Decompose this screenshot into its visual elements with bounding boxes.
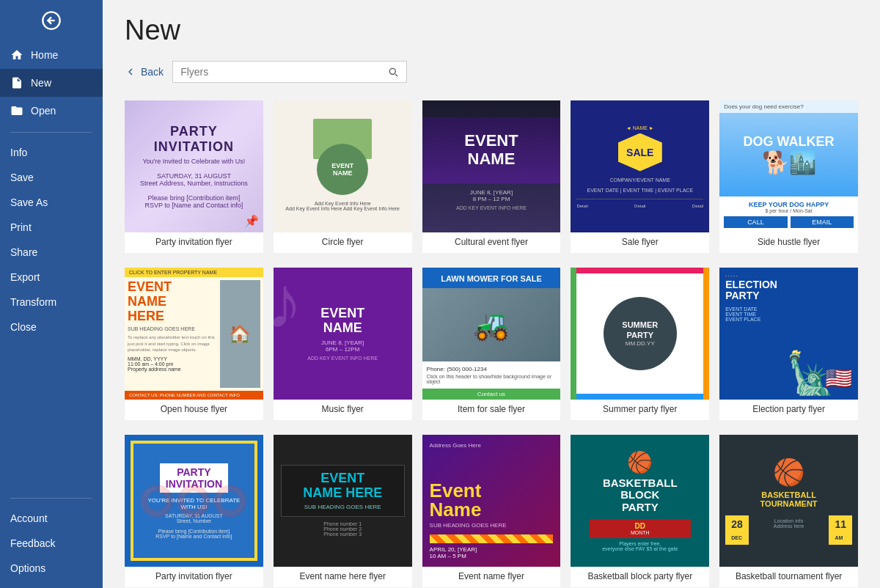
sidebar-item-export[interactable]: Export bbox=[0, 265, 103, 290]
template-label: Item for sale flyer bbox=[422, 400, 561, 420]
sidebar-item-print[interactable]: Print bbox=[0, 215, 103, 240]
sidebar-item-transform[interactable]: Transform bbox=[0, 290, 103, 315]
sidebar-item-save[interactable]: Save bbox=[0, 165, 103, 190]
flyer-thumb: EVENTNAME Add Key Event Info HereAdd Key… bbox=[274, 100, 412, 232]
template-label: Circle flyer bbox=[274, 232, 412, 253]
template-label: Election party flyer bbox=[719, 400, 858, 420]
toolbar: Back bbox=[125, 61, 858, 83]
pin-icon[interactable]: 📌 bbox=[244, 214, 259, 228]
template-label: Music flyer bbox=[274, 400, 412, 420]
template-label: Summer party flyer bbox=[571, 400, 709, 420]
main-content: New Back PARTYINVITATION You're Invited … bbox=[103, 0, 880, 588]
template-label: Event name flyer bbox=[422, 567, 561, 587]
template-election-party[interactable]: - - - - - ELECTIONPARTY EVENT DATEEVENT … bbox=[719, 268, 858, 420]
sidebar-item-new-label: New bbox=[31, 77, 51, 89]
search-bar bbox=[172, 61, 407, 83]
flyer-thumb: EVENTNAME JUNE 8, [YEAR]8 PM – 12 PM ADD… bbox=[422, 100, 561, 232]
template-label: Party invitation flyer bbox=[125, 567, 263, 587]
template-circle[interactable]: EVENTNAME Add Key Event Info HereAdd Key… bbox=[274, 100, 412, 253]
template-open-house[interactable]: CLICK TO ENTER PROPERTY NAME EVENTNAMEHE… bbox=[125, 268, 263, 420]
sidebar-item-home-label: Home bbox=[31, 49, 58, 61]
flyer-thumb: PARTYINVITATION You're Invited to Celebr… bbox=[125, 100, 263, 232]
flyer-thumb: ◄ NAME ► SALE COMPANY/EVENT NAMEEVENT DA… bbox=[571, 100, 709, 232]
template-sale[interactable]: ◄ NAME ► SALE COMPANY/EVENT NAMEEVENT DA… bbox=[571, 100, 709, 253]
template-side-hustle[interactable]: Does your dog need exercise? DOG WALKER … bbox=[719, 100, 858, 253]
template-label: Party invitation flyer bbox=[125, 232, 263, 253]
flyer-thumb: ⭕⭕⭕ PARTYINVITATION YOU'RE INVITED TO CE… bbox=[125, 435, 263, 567]
sidebar-item-open[interactable]: Open bbox=[0, 97, 103, 125]
flyer-thumb: LAWN MOWER FOR SALE 🚜 Phone: (500) 000-1… bbox=[422, 268, 561, 400]
search-input[interactable] bbox=[180, 66, 387, 78]
flyer-thumb: 🏀 BASKETBALLBLOCKPARTY DD MONTH Players … bbox=[571, 435, 709, 567]
template-basketball-block[interactable]: 🏀 BASKETBALLBLOCKPARTY DD MONTH Players … bbox=[571, 435, 709, 587]
flyer-thumb: CLICK TO ENTER PROPERTY NAME EVENTNAMEHE… bbox=[125, 268, 263, 400]
sidebar-bottom: Account Feedback Options bbox=[0, 490, 103, 588]
template-music[interactable]: ♪ EVENTNAME JUNE 8, [YEAR]6PM – 12PM ADD… bbox=[274, 268, 412, 420]
template-label: Sale flyer bbox=[571, 232, 709, 253]
sidebar-item-share[interactable]: Share bbox=[0, 240, 103, 265]
template-label: Basketball block party flyer bbox=[571, 567, 709, 587]
sidebar-item-options[interactable]: Options bbox=[0, 556, 103, 581]
template-summer-party[interactable]: SUMMERPARTY MM.DD.YY Summer party flyer bbox=[571, 268, 709, 420]
sidebar: Home New Open Info Save Save As Print Sh… bbox=[0, 0, 103, 588]
sidebar-back-button[interactable] bbox=[0, 0, 103, 41]
template-label: Side hustle flyer bbox=[719, 232, 858, 253]
flyer-thumb: Address Goes Here EventName SUB HEADING … bbox=[422, 435, 561, 567]
flyer-thumb: - - - - - ELECTIONPARTY EVENT DATEEVENT … bbox=[719, 268, 858, 400]
template-cultural[interactable]: EVENTNAME JUNE 8, [YEAR]8 PM – 12 PM ADD… bbox=[422, 100, 561, 253]
page-title: New bbox=[125, 15, 858, 46]
sidebar-item-home[interactable]: Home bbox=[0, 41, 103, 69]
template-label: Cultural event flyer bbox=[422, 232, 561, 253]
template-item-sale[interactable]: LAWN MOWER FOR SALE 🚜 Phone: (500) 000-1… bbox=[422, 268, 561, 420]
template-party-invite2[interactable]: ⭕⭕⭕ PARTYINVITATION YOU'RE INVITED TO CE… bbox=[125, 435, 263, 587]
search-icon[interactable] bbox=[387, 66, 399, 78]
back-link[interactable]: Back bbox=[125, 66, 164, 78]
flyer-thumb: SUMMERPARTY MM.DD.YY bbox=[571, 268, 709, 400]
sidebar-item-account[interactable]: Account bbox=[0, 506, 103, 531]
sidebar-item-feedback[interactable]: Feedback bbox=[0, 531, 103, 556]
template-grid: PARTYINVITATION You're Invited to Celebr… bbox=[125, 100, 858, 587]
sidebar-item-saveas[interactable]: Save As bbox=[0, 190, 103, 215]
sidebar-divider-1 bbox=[10, 132, 92, 133]
template-label: Open house flyer bbox=[125, 400, 263, 420]
sidebar-item-close[interactable]: Close bbox=[0, 315, 103, 339]
sidebar-item-new[interactable]: New bbox=[0, 69, 103, 97]
template-label: Basketball tournament flyer bbox=[719, 567, 858, 587]
template-event-color[interactable]: Address Goes Here EventName SUB HEADING … bbox=[422, 435, 561, 587]
template-party-invite[interactable]: PARTYINVITATION You're Invited to Celebr… bbox=[125, 100, 263, 253]
template-basketball-tourn[interactable]: 🏀 BASKETBALLTOURNAMENT 28DEC Location in… bbox=[719, 435, 858, 587]
template-event-name-here[interactable]: EVENTNAME HERE SUB HEADING GOES HERE Pho… bbox=[274, 435, 412, 587]
flyer-thumb: Does your dog need exercise? DOG WALKER … bbox=[719, 100, 858, 232]
flyer-thumb: 🏀 BASKETBALLTOURNAMENT 28DEC Location in… bbox=[719, 435, 858, 567]
sidebar-item-open-label: Open bbox=[31, 105, 56, 117]
template-label: Event name here flyer bbox=[274, 567, 412, 587]
sidebar-divider-2 bbox=[10, 498, 92, 499]
flyer-thumb: EVENTNAME HERE SUB HEADING GOES HERE Pho… bbox=[274, 435, 412, 567]
flyer-thumb: ♪ EVENTNAME JUNE 8, [YEAR]6PM – 12PM ADD… bbox=[274, 268, 412, 400]
sidebar-item-info[interactable]: Info bbox=[0, 140, 103, 165]
